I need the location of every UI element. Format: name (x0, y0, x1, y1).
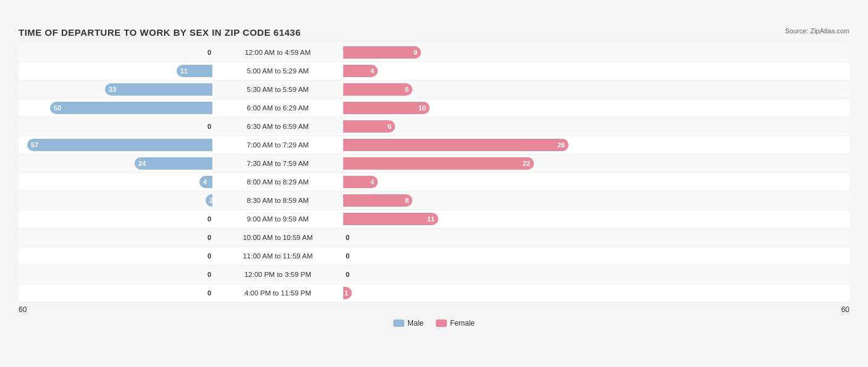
female-section: 0 (340, 229, 849, 246)
female-value: 4 (370, 67, 378, 75)
female-section: 1 (340, 284, 849, 302)
female-value: 10 (419, 104, 430, 112)
male-section: 0 (19, 266, 216, 283)
female-bar: 10 (343, 102, 430, 114)
male-section: 2 (19, 192, 216, 209)
table-row: 48:00 AM to 8:29 AM4 (19, 173, 849, 191)
female-value: 0 (346, 252, 349, 260)
male-section: 4 (19, 173, 216, 191)
female-bar: 8 (343, 83, 412, 96)
male-value: 0 (207, 123, 211, 130)
male-bar: 33 (105, 83, 212, 96)
female-value: 8 (405, 197, 412, 204)
male-value: 0 (207, 234, 211, 241)
table-row: 28:30 AM to 8:59 AM8 (19, 192, 849, 209)
male-value: 0 (207, 252, 211, 260)
time-range-label: 12:00 AM to 4:59 AM (216, 49, 340, 56)
male-section: 0 (19, 44, 216, 61)
male-value: 11 (177, 67, 188, 75)
male-value: 0 (207, 215, 211, 223)
table-row: 012:00 PM to 3:59 PM0 (19, 266, 849, 283)
male-value: 33 (105, 86, 116, 93)
time-range-label: 7:30 AM to 7:59 AM (216, 160, 340, 167)
male-section: 0 (19, 210, 216, 228)
table-row: 247:30 AM to 7:59 AM22 (19, 155, 849, 172)
male-section: 11 (19, 62, 216, 80)
female-section: 8 (340, 192, 849, 209)
male-bar: 24 (135, 157, 212, 170)
female-section: 6 (340, 118, 849, 135)
female-value: 26 (557, 141, 569, 149)
female-value: 11 (427, 215, 438, 223)
male-bar: 50 (50, 102, 212, 114)
table-row: 577:00 AM to 7:29 AM26 (19, 136, 849, 154)
male-section: 24 (19, 155, 216, 172)
male-section: 0 (19, 229, 216, 246)
female-bar: 4 (343, 65, 378, 77)
female-bar: 11 (343, 213, 438, 225)
female-section: 8 (340, 81, 849, 98)
female-bar: 1 (343, 287, 352, 299)
female-section: 26 (340, 136, 849, 154)
female-value: 1 (344, 289, 352, 297)
female-section: 4 (340, 62, 849, 80)
axis-row: 60 60 (19, 305, 849, 314)
male-section: 0 (19, 118, 216, 135)
female-section: 10 (340, 99, 849, 117)
female-value: 0 (346, 271, 349, 278)
time-range-label: 5:30 AM to 5:59 AM (216, 86, 340, 93)
female-bar: 22 (343, 157, 534, 170)
male-bar: 57 (27, 139, 212, 151)
table-row: 335:30 AM to 5:59 AM8 (19, 81, 849, 98)
time-range-label: 9:00 AM to 9:59 AM (216, 215, 340, 223)
male-value: 0 (207, 289, 211, 297)
female-section: 4 (340, 173, 849, 191)
table-row: 09:00 AM to 9:59 AM11 (19, 210, 849, 228)
female-value: 6 (388, 123, 395, 130)
female-section: 9 (340, 44, 849, 61)
female-value: 9 (414, 49, 421, 56)
chart-title: TIME OF DEPARTURE TO WORK BY SEX IN ZIP … (19, 27, 849, 38)
time-range-label: 6:00 AM to 6:29 AM (216, 104, 340, 112)
male-value: 0 (207, 271, 211, 278)
male-value: 24 (135, 160, 146, 167)
female-section: 11 (340, 210, 849, 228)
legend-female-label: Female (450, 319, 475, 328)
male-bar: 2 (206, 194, 212, 207)
axis-left-label: 60 (19, 305, 27, 314)
male-value: 0 (207, 49, 211, 56)
female-bar: 26 (343, 139, 569, 151)
time-range-label: 11:00 AM to 11:59 AM (216, 252, 340, 260)
table-row: 012:00 AM to 4:59 AM9 (19, 44, 849, 61)
time-range-label: 8:00 AM to 8:29 AM (216, 178, 340, 186)
chart-source: Source: ZipAtlas.com (785, 27, 849, 35)
legend-male: Male (393, 319, 424, 328)
table-row: 011:00 AM to 11:59 AM0 (19, 247, 849, 265)
male-value: 2 (206, 197, 213, 204)
male-section: 50 (19, 99, 216, 117)
table-row: 04:00 PM to 11:59 PM1 (19, 284, 849, 302)
male-section: 33 (19, 81, 216, 98)
table-row: 010:00 AM to 10:59 AM0 (19, 229, 849, 246)
female-section: 0 (340, 247, 849, 265)
table-row: 06:30 AM to 6:59 AM6 (19, 118, 849, 135)
rows-area: 012:00 AM to 4:59 AM9115:00 AM to 5:29 A… (19, 44, 849, 302)
male-bar: 4 (199, 176, 212, 188)
time-range-label: 5:00 AM to 5:29 AM (216, 67, 340, 75)
axis-right: 60 (340, 305, 849, 314)
male-swatch (393, 320, 404, 327)
female-section: 0 (340, 266, 849, 283)
table-row: 506:00 AM to 6:29 AM10 (19, 99, 849, 117)
male-section: 0 (19, 247, 216, 265)
time-range-label: 6:30 AM to 6:59 AM (216, 123, 340, 130)
legend-row: Male Female (19, 319, 849, 328)
female-bar: 8 (343, 194, 412, 207)
axis-right-label: 60 (841, 305, 849, 314)
female-bar: 4 (343, 176, 378, 188)
time-range-label: 4:00 PM to 11:59 PM (216, 289, 340, 297)
female-value: 4 (370, 178, 378, 186)
axis-left: 60 (19, 305, 216, 314)
male-value: 50 (50, 104, 61, 112)
female-bar: 9 (343, 46, 421, 59)
male-section: 0 (19, 284, 216, 302)
